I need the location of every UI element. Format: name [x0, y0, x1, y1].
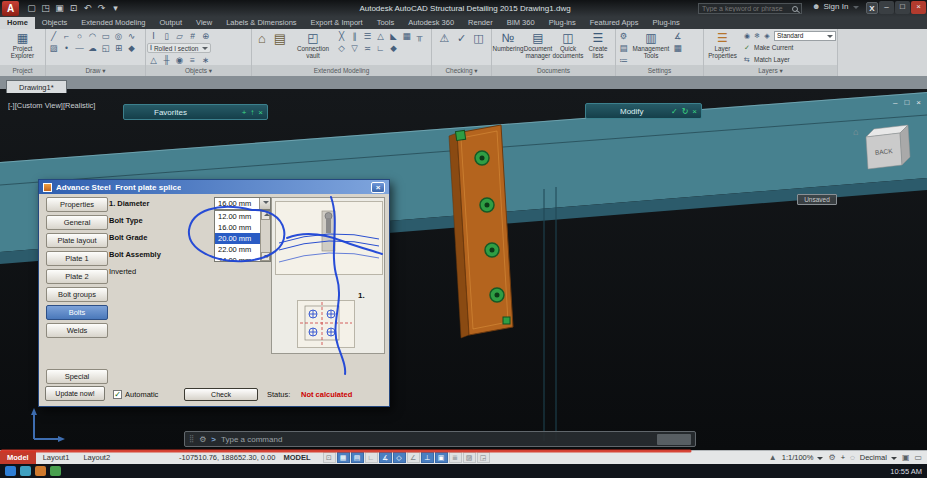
close-modify-icon[interactable]: ×	[692, 107, 697, 116]
start-button[interactable]	[5, 466, 16, 476]
diameter-option[interactable]: 12.00 mm	[215, 211, 260, 222]
grid-icon[interactable]: #	[186, 30, 199, 42]
dialog-sidebar-item[interactable]: General	[46, 215, 108, 230]
panel-label-checking[interactable]: Checking ▾	[432, 65, 491, 76]
polar-toggle[interactable]: ∡	[379, 452, 392, 463]
special-part-icon[interactable]: ∗	[199, 54, 212, 65]
ladder-icon[interactable]: ☰	[361, 30, 374, 42]
dropdown-scrollbar[interactable]	[260, 211, 270, 261]
ribbon-tab[interactable]: Export & Import	[304, 17, 370, 29]
space-indicator[interactable]: MODEL	[283, 453, 310, 462]
layout-tab[interactable]: Model	[0, 451, 36, 465]
project-explorer-button[interactable]: ▦ Project Explorer	[7, 30, 39, 60]
ribbon-tab[interactable]: Plug-ins	[646, 17, 687, 29]
command-line[interactable]: ⣿ ⚙ > Type a command	[184, 431, 696, 447]
maximize-button[interactable]: □	[895, 1, 910, 14]
redo-icon[interactable]: ↷	[96, 1, 107, 16]
layer-freeze-icon[interactable]: ❄	[752, 31, 762, 41]
move-up-icon[interactable]: ↑	[250, 108, 254, 117]
layout-tab[interactable]: Layout1	[36, 451, 77, 465]
panel-label-objects[interactable]: Objects ▾	[146, 65, 251, 76]
open-icon[interactable]: ◳	[40, 1, 51, 16]
section-icon[interactable]: ╫	[160, 54, 173, 65]
update-now-button[interactable]: Update now!	[45, 386, 105, 401]
check-button[interactable]: Check	[184, 388, 258, 401]
dialog-sidebar-item[interactable]: Bolt groups	[46, 287, 108, 302]
viewport-minimize-icon[interactable]: –	[893, 98, 897, 107]
dialog-sidebar-item[interactable]: Welds	[46, 323, 108, 338]
match-layer-button[interactable]: ⇆ Match Layer	[742, 54, 836, 65]
autocad-logo-icon[interactable]: A	[2, 1, 19, 16]
file-tab-drawing1[interactable]: Drawing1*	[6, 80, 67, 93]
arc-icon[interactable]: ◠	[86, 30, 99, 42]
styles-icon[interactable]: ≔	[617, 54, 630, 65]
ribbon-tab[interactable]: BIM 360	[500, 17, 542, 29]
circle-icon[interactable]: ○	[73, 30, 86, 42]
diameter-combo[interactable]: 16.00 mm	[214, 197, 271, 210]
bolt-icon[interactable]: ⊕	[199, 30, 212, 42]
ribbon-tab[interactable]: Home	[0, 17, 35, 29]
construction-line-icon[interactable]: ―	[73, 42, 86, 54]
document-manager-button[interactable]: ▤ Document manager	[523, 30, 553, 60]
special-icon[interactable]: ◆	[387, 42, 400, 54]
railing-icon[interactable]: ╥	[413, 30, 426, 42]
check-database-icon[interactable]: ✓	[453, 30, 470, 47]
stairs-icon[interactable]: ▤	[271, 30, 289, 47]
hardware-acceleration-icon[interactable]: ▣	[902, 453, 910, 462]
sign-in-button[interactable]: ☻ Sign In	[812, 2, 859, 11]
display-check-icon[interactable]: ◫	[470, 30, 487, 47]
recent-commands-button[interactable]	[657, 434, 691, 445]
search-icon[interactable]	[792, 6, 798, 12]
layer-state-combo[interactable]: Standard	[774, 31, 836, 41]
infer-constraints-toggle[interactable]: ⊡	[323, 452, 336, 463]
add-scale-button[interactable]: +	[841, 453, 845, 462]
qat-dropdown-icon[interactable]: ▾	[110, 1, 121, 16]
stiffener-icon[interactable]: ∟	[374, 42, 387, 54]
snap-toggle[interactable]: ▦	[337, 452, 350, 463]
grating-icon[interactable]: ≍	[361, 42, 374, 54]
panel-label-settings[interactable]: Settings	[616, 65, 703, 76]
layout-tab[interactable]: Layout2	[76, 451, 117, 465]
units-icon[interactable]: ∡	[671, 30, 684, 42]
panel-label-project[interactable]: Project	[0, 65, 45, 76]
weld-icon[interactable]: △	[147, 54, 160, 65]
scroll-up-button[interactable]	[261, 211, 270, 220]
ducs-toggle[interactable]: ⊥	[421, 452, 434, 463]
camera-icon[interactable]: ◉	[173, 54, 186, 65]
ribbon-tab[interactable]: Extended Modeling	[74, 17, 152, 29]
dialog-sidebar-item[interactable]: Plate 1	[46, 251, 108, 266]
osnap-toggle[interactable]: ◇	[393, 452, 406, 463]
dialog-title-bar[interactable]: Advance Steel Front plate splice ×	[39, 180, 389, 194]
level-icon[interactable]: ≡	[186, 54, 199, 65]
ribbon-tab[interactable]: View	[189, 17, 219, 29]
dyn-toggle[interactable]: ▣	[435, 452, 448, 463]
special-button[interactable]: Special	[46, 369, 108, 384]
system-clock[interactable]: 10:55 AM	[890, 467, 922, 476]
panel-label-extended-modeling[interactable]: Extended Modeling	[252, 65, 431, 76]
numbering-button[interactable]: № Numbering	[493, 30, 523, 53]
command-grip-icon[interactable]: ⣿	[189, 435, 194, 443]
annotation-visibility-icon[interactable]: ▲	[769, 453, 777, 462]
qnew-icon[interactable]: ▢	[26, 1, 37, 16]
exchange-apps-icon[interactable]: X	[866, 2, 878, 14]
quick-documents-button[interactable]: ◫ Quick documents	[553, 30, 583, 60]
otrack-toggle[interactable]: ∠	[407, 452, 420, 463]
cage-ladder-icon[interactable]: ▦	[400, 30, 413, 42]
save-icon[interactable]: ▣	[54, 1, 65, 16]
ribbon-tab[interactable]: Render	[461, 17, 500, 29]
truss-icon[interactable]: △	[374, 30, 387, 42]
ribbon-tab[interactable]: Output	[153, 17, 190, 29]
quick-properties-toggle[interactable]: ◲	[477, 452, 490, 463]
undo-icon[interactable]: ↶	[82, 1, 93, 16]
automatic-checkbox[interactable]: ✓ Automatic	[113, 390, 158, 399]
dialog-sidebar-item[interactable]: Bolts	[46, 305, 108, 320]
column-icon[interactable]: ▯	[160, 30, 173, 42]
options-icon[interactable]: ⚙	[617, 30, 630, 42]
refresh-icon[interactable]: ↻	[682, 107, 689, 116]
polyline-icon[interactable]: ⌐	[60, 30, 73, 42]
lineweight-toggle[interactable]: ≣	[449, 452, 462, 463]
command-input[interactable]: Type a command	[221, 435, 282, 444]
ribbon-tab[interactable]: Objects	[35, 17, 74, 29]
point-icon[interactable]: •	[60, 42, 73, 54]
bracing-icon[interactable]: ╳	[335, 30, 348, 42]
